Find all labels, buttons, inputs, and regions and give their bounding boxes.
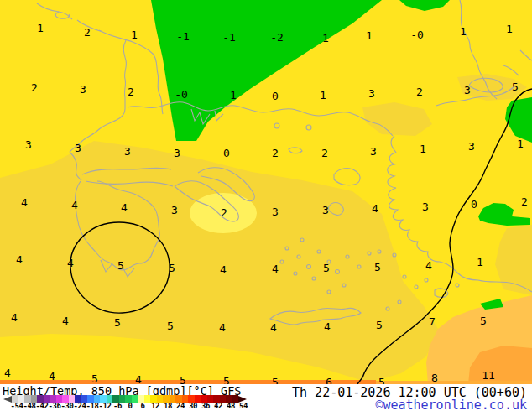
temp-value: 4 (121, 202, 128, 213)
temp-value: 1 (477, 257, 483, 268)
temp-value: 2 (128, 86, 134, 97)
temp-value: 3 (171, 205, 178, 216)
temp-value: 4 (21, 197, 28, 208)
temp-value: 4 (324, 321, 331, 332)
temp-value: 5 (323, 263, 330, 273)
temp-value: 2 (31, 82, 38, 93)
temp-value: 3 (370, 146, 377, 157)
temp-value: 4 (272, 263, 279, 274)
temp-value: 1 (420, 143, 426, 154)
scale-tick: -24 (74, 402, 86, 410)
temp-value: 3 (75, 143, 81, 153)
scale-tick: 24 (176, 402, 185, 410)
scale-tick: -42 (36, 402, 49, 410)
mild-region (0, 141, 438, 382)
coastline (128, 102, 393, 136)
temp-value: 4 (71, 200, 78, 211)
island (334, 169, 360, 185)
temp-value: 1 (506, 23, 513, 34)
scale-tick: 12 (151, 402, 159, 410)
scale-tick: -18 (86, 402, 99, 410)
scale-ticks: -54-48-42-36-30-24-18-12-606121824303642… (3, 402, 263, 411)
scale-tick: 48 (227, 402, 235, 410)
scale-tick: -54 (11, 402, 23, 410)
temp-value: 1 (37, 23, 44, 34)
temp-value: 5 (376, 320, 383, 330)
map-canvas (0, 0, 532, 384)
temp-value: 3 (422, 201, 429, 212)
scale-tick: 0 (128, 402, 133, 410)
temp-value: 5 (272, 377, 279, 385)
mild-region (495, 225, 532, 295)
footer-bar: Height/Temp. 850 hPa [gdmp][°C] GFS -54-… (0, 384, 532, 411)
temp-value: 4 (16, 254, 23, 265)
temp-value: 2 (221, 207, 227, 218)
temp-value: 5 (480, 315, 487, 326)
temp-value: 11 (482, 370, 495, 381)
temp-value: 5 (169, 263, 175, 273)
temp-value: 3 (468, 141, 475, 152)
temp-value: 1 (320, 90, 326, 101)
temp-value: 2 (272, 148, 279, 159)
temp-value: -1 (222, 32, 236, 43)
temp-value: 5 (223, 376, 230, 385)
cold-region (151, 0, 382, 141)
temp-value: -1 (223, 90, 237, 101)
temp-value: 5 (512, 81, 519, 92)
scale-tick: -6 (113, 402, 122, 410)
island (274, 123, 279, 128)
temp-value: 8 (431, 372, 438, 383)
temp-value: 3 (368, 88, 375, 99)
coastline (70, 40, 126, 152)
scale-tick: 30 (189, 402, 197, 410)
mild-region (362, 102, 432, 136)
temp-value: -2 (270, 32, 284, 43)
temp-value: -1 (176, 31, 190, 42)
coastline (37, 3, 72, 19)
temp-value: 4 (220, 264, 227, 275)
temp-value: 5 (180, 375, 186, 385)
scale-tick: 54 (239, 402, 248, 410)
scale-tick: 6 (141, 402, 145, 410)
temp-value: -0 (175, 89, 188, 100)
scale-tick: 18 (164, 402, 172, 410)
temp-value: 3 (272, 206, 279, 217)
temp-value: 4 (62, 315, 69, 326)
temp-value: 4 (135, 374, 142, 385)
coastline (99, 30, 163, 114)
scale-tick: -12 (99, 402, 112, 410)
forecast-map: 121-1-1-2-11-011232-0-101323533330223131… (0, 0, 532, 384)
scale-tick: -30 (61, 402, 74, 410)
temp-value: 1 (131, 29, 138, 40)
cold-region (399, 0, 450, 11)
temp-value: 3 (464, 85, 471, 96)
temp-value: 1 (460, 26, 467, 37)
temp-value: 3 (80, 84, 86, 95)
temp-value: 0 (223, 148, 230, 159)
temp-value: 6 (326, 377, 332, 385)
scale-tick: -36 (49, 402, 61, 410)
temp-value: -1 (316, 33, 329, 44)
scale-tick: 36 (201, 402, 210, 410)
temp-value: 4 (4, 367, 11, 378)
temp-value: 3 (124, 146, 131, 157)
temp-value: 3 (25, 139, 32, 150)
temp-value: 4 (270, 322, 277, 333)
temp-value: 4 (49, 371, 55, 382)
temp-value: 2 (521, 196, 528, 207)
temp-value: 5 (374, 262, 381, 273)
temp-value: 1 (517, 138, 524, 149)
temp-value: 1 (366, 30, 373, 41)
temp-value: 4 (11, 312, 18, 323)
temp-value: 5 (167, 320, 174, 331)
temp-value: 4 (372, 203, 378, 214)
island (306, 125, 311, 130)
coastline (503, 50, 532, 75)
temp-value: 4 (67, 258, 74, 268)
temp-value: 2 (84, 27, 91, 38)
weather-map-screenshot: 121-1-1-2-11-011232-0-101323533330223131… (0, 0, 532, 411)
temp-value: 5 (117, 260, 124, 271)
island (289, 148, 302, 153)
temp-value: 2 (321, 148, 328, 159)
temp-value: 4 (425, 260, 432, 271)
